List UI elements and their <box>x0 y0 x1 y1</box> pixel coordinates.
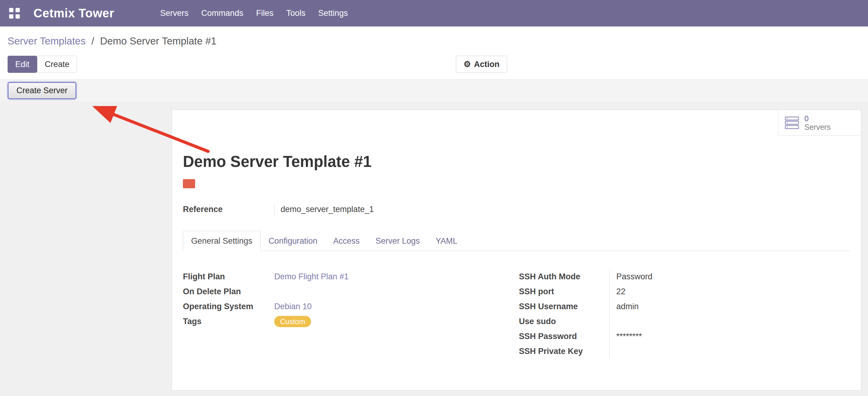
ssh-values: Password 22 admin ******** <box>609 269 708 359</box>
apps-menu-icon[interactable] <box>9 8 20 19</box>
stat-value: 0 <box>804 114 831 123</box>
field-label: Operating System <box>183 302 274 311</box>
menu-files[interactable]: Files <box>250 0 280 27</box>
servers-stat-button[interactable]: 0 Servers <box>778 110 861 136</box>
stat-label: Servers <box>804 123 831 131</box>
use-sudo-value <box>616 314 708 329</box>
field-label: Tags <box>183 317 274 326</box>
stat-text: 0 Servers <box>804 114 831 131</box>
ssh-password-value: ******** <box>616 329 708 344</box>
action-button-label: Action <box>474 60 499 69</box>
field-label: SSH Password <box>519 329 609 344</box>
field-divider <box>274 202 275 216</box>
ssh-private-key-value <box>616 344 708 359</box>
reference-value: demo_server_template_1 <box>281 205 374 214</box>
field-label: SSH port <box>519 284 609 299</box>
tab-configuration[interactable]: Configuration <box>260 231 326 251</box>
top-navbar: Cetmix Tower Servers Commands Files Tool… <box>0 0 868 27</box>
field-on-delete-plan: On Delete Plan <box>183 284 519 299</box>
app-window: Cetmix Tower Servers Commands Files Tool… <box>0 0 868 396</box>
breadcrumb-parent-link[interactable]: Server Templates <box>8 35 86 47</box>
tab-yaml[interactable]: YAML <box>428 231 465 251</box>
field-label: SSH Private Key <box>519 344 609 359</box>
menu-tools[interactable]: Tools <box>280 0 312 27</box>
flight-plan-link[interactable]: Demo Flight Plan #1 <box>274 272 349 281</box>
menu-commands[interactable]: Commands <box>195 0 250 27</box>
tag-custom: Custom <box>274 316 311 327</box>
create-button[interactable]: Create <box>37 56 77 73</box>
servers-icon <box>785 116 799 129</box>
edit-button[interactable]: Edit <box>8 56 37 73</box>
reference-label: Reference <box>183 205 274 214</box>
field-flight-plan: Flight Plan Demo Flight Plan #1 <box>183 269 519 284</box>
object-buttons-band: Create Server <box>0 79 868 102</box>
field-label: SSH Auth Mode <box>519 269 609 284</box>
form-sheet: 0 Servers Demo Server Template #1 Refere… <box>172 110 861 391</box>
field-label: SSH Username <box>519 299 609 314</box>
app-brand[interactable]: Cetmix Tower <box>33 6 114 20</box>
operating-system-link[interactable]: Debian 10 <box>274 302 312 311</box>
field-tags: Tags Custom <box>183 314 519 329</box>
field-operating-system: Operating System Debian 10 <box>183 299 519 314</box>
gear-icon: ⚙ <box>464 60 471 68</box>
field-label: Use sudo <box>519 314 609 329</box>
reference-field-row: Reference demo_server_template_1 <box>183 202 850 216</box>
fields-area: Flight Plan Demo Flight Plan #1 On Delet… <box>183 269 850 359</box>
menu-settings[interactable]: Settings <box>312 0 354 27</box>
tab-server-logs[interactable]: Server Logs <box>368 231 428 251</box>
notebook-tabs: General Settings Configuration Access Se… <box>183 230 850 251</box>
tab-access[interactable]: Access <box>326 231 368 251</box>
breadcrumb: Server Templates / Demo Server Template … <box>8 35 216 47</box>
tab-general-settings[interactable]: General Settings <box>183 231 260 251</box>
fields-column-right: SSH Auth Mode SSH port SSH Username Use … <box>519 269 708 359</box>
create-server-button[interactable]: Create Server <box>8 82 76 99</box>
ssh-auth-mode-value: Password <box>616 269 708 284</box>
main-menu: Servers Commands Files Tools Settings <box>154 0 354 27</box>
form-view-background: 0 Servers Demo Server Template #1 Refere… <box>0 102 868 396</box>
field-label: Flight Plan <box>183 272 274 281</box>
breadcrumb-separator: / <box>91 35 94 47</box>
color-swatch <box>183 179 195 188</box>
breadcrumb-current: Demo Server Template #1 <box>100 35 217 47</box>
menu-servers[interactable]: Servers <box>154 0 195 27</box>
ssh-port-value: 22 <box>616 284 708 299</box>
fields-column-left: Flight Plan Demo Flight Plan #1 On Delet… <box>183 269 519 359</box>
ssh-labels: SSH Auth Mode SSH port SSH Username Use … <box>519 269 609 359</box>
action-button[interactable]: ⚙ Action <box>456 56 507 73</box>
field-label: On Delete Plan <box>183 287 274 296</box>
record-title: Demo Server Template #1 <box>183 152 850 171</box>
ssh-username-value: admin <box>616 299 708 314</box>
